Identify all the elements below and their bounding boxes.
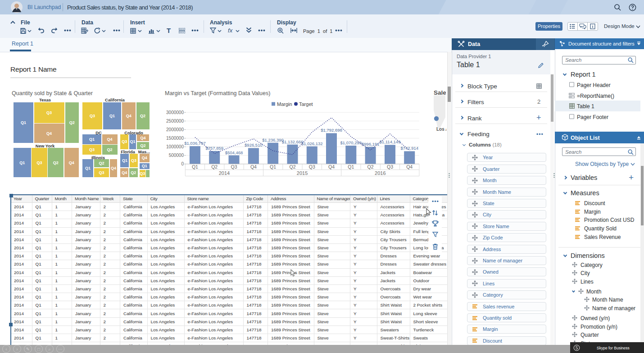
svg-text:Q4: Q4 <box>250 164 257 170</box>
svg-text:Target: Target <box>299 101 313 107</box>
svg-text:2016: 2016 <box>375 170 385 176</box>
svg-text:$1,236,390: $1,236,390 <box>262 138 284 142</box>
svg-text:2000000: 2000000 <box>166 127 184 132</box>
svg-text:$926,510: $926,510 <box>245 142 263 147</box>
svg-text:500000: 500000 <box>169 153 184 158</box>
svg-text:2014: 2014 <box>219 170 230 176</box>
svg-text:Q1: Q1 <box>348 164 354 170</box>
svg-text:Q2: Q2 <box>367 164 374 170</box>
svg-text:$504,468: $504,468 <box>225 150 243 155</box>
svg-text:Q1: Q1 <box>270 164 276 170</box>
svg-text:0: 0 <box>181 161 184 166</box>
svg-text:$996,191: $996,191 <box>362 142 380 147</box>
svg-text:3000000: 3000000 <box>166 110 184 115</box>
svg-text:$1,036,787: $1,036,787 <box>184 141 206 146</box>
svg-text:Q3: Q3 <box>231 164 237 170</box>
svg-text:Q2: Q2 <box>289 164 295 170</box>
svg-text:$1,070,299: $1,070,299 <box>340 140 362 145</box>
svg-text:1500000: 1500000 <box>166 136 184 141</box>
svg-text:$742,914: $742,914 <box>400 146 418 151</box>
svg-text:Q3: Q3 <box>387 164 393 170</box>
svg-text:$757,859: $757,859 <box>205 146 223 151</box>
svg-text:Margin: Margin <box>277 101 292 107</box>
svg-text:$1,132,666: $1,132,666 <box>282 139 304 144</box>
svg-text:Q1: Q1 <box>192 164 198 170</box>
svg-text:1000000: 1000000 <box>166 144 184 149</box>
svg-text:Q4: Q4 <box>328 164 335 170</box>
svg-text:$1,792,698: $1,792,698 <box>321 128 342 133</box>
svg-text:Q2: Q2 <box>211 164 218 170</box>
svg-text:$1,026,132: $1,026,132 <box>301 141 323 146</box>
svg-text:2500000: 2500000 <box>166 119 184 124</box>
svg-text:Q4: Q4 <box>406 164 413 170</box>
svg-text:Q3: Q3 <box>309 164 315 170</box>
svg-text:2015: 2015 <box>297 170 308 176</box>
